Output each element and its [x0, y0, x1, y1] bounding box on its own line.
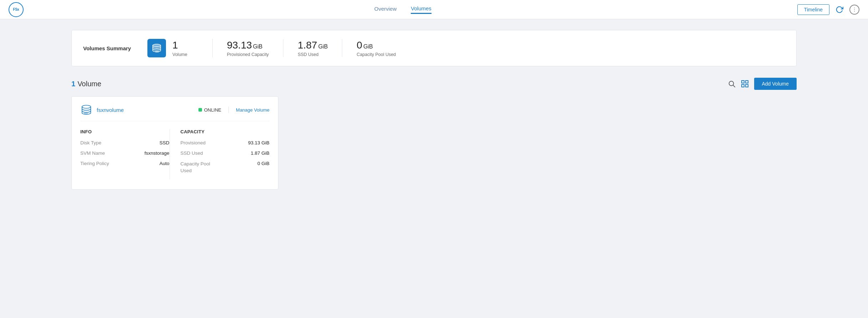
info-section-title: INFO: [80, 129, 170, 134]
search-icon[interactable]: [728, 80, 736, 88]
provisioned-row: Provisioned 93.13 GiB: [181, 140, 270, 145]
tiering-policy-value: Auto: [160, 161, 170, 166]
svm-name-value: fsxnstorage: [145, 150, 170, 156]
summary-stat-provisioned: 93.13GiB Provisioned Capacity: [213, 39, 283, 57]
status-text: ONLINE: [204, 107, 221, 113]
tab-overview[interactable]: Overview: [374, 6, 397, 13]
svg-rect-9: [746, 81, 748, 83]
volumes-section-header: 1Volume Add Volume: [71, 78, 797, 90]
volumes-icon: SSD: [147, 39, 166, 57]
volumes-count: 1Volume: [71, 80, 101, 88]
ssd-used-row: SSD Used 1.87 GiB: [181, 150, 270, 156]
ssd-used-value: 1.87GiB: [298, 39, 328, 51]
volume-name[interactable]: fsxnvolume: [97, 107, 194, 113]
provisioned-label: Provisioned Capacity: [227, 52, 269, 57]
summary-stat-volume: 1 Volume: [172, 39, 202, 57]
refresh-icon[interactable]: [834, 5, 844, 15]
volume-label: Volume: [172, 52, 187, 57]
more-options-icon[interactable]: [849, 5, 859, 15]
svm-name-label: SVM Name: [80, 150, 120, 156]
svg-point-12: [82, 105, 91, 108]
capacity-pool-row: Capacity PoolUsed 0 GiB: [181, 161, 270, 174]
header-divider: [228, 107, 229, 113]
ssd-used-label: SSD Used: [298, 52, 328, 57]
svg-rect-8: [742, 81, 744, 83]
disk-type-value: SSD: [160, 140, 170, 145]
capacity-section-title: CAPACITY: [181, 129, 270, 134]
summary-stat-pool: 0GiB Capacity Pool Used: [342, 39, 410, 57]
volume-card-header: SSD fsxnvolume ONLINE Manage Volume: [80, 104, 269, 121]
volume-count: 1: [172, 39, 187, 51]
disk-type-label: Disk Type: [80, 140, 120, 145]
provisioned-value: 93.13GiB: [227, 39, 269, 51]
nav-tabs: Overview Volumes: [9, 5, 797, 14]
pool-used-value: 0GiB: [357, 39, 396, 51]
ssd-used-cap-label: SSD Used: [181, 150, 220, 156]
tab-volumes[interactable]: Volumes: [411, 5, 432, 14]
provisioned-cap-value: 93.13 GiB: [248, 140, 269, 145]
svg-rect-10: [742, 84, 744, 87]
svm-name-row: SVM Name fsxnstorage: [80, 150, 170, 156]
add-volume-button[interactable]: Add Volume: [754, 78, 797, 90]
main-content: Volumes Summary SSD 1 Volume: [0, 19, 868, 200]
grid-view-icon[interactable]: [741, 80, 749, 88]
volume-db-icon: SSD: [80, 104, 92, 116]
volume-details: INFO Disk Type SSD SVM Name fsxnstorage …: [80, 129, 269, 179]
capacity-pool-label: Capacity PoolUsed: [181, 161, 220, 174]
header: FSx Overview Volumes Timeline: [0, 0, 868, 19]
tiering-policy-label: Tiering Policy: [80, 161, 120, 166]
svg-text:SSD: SSD: [155, 51, 159, 53]
provisioned-cap-label: Provisioned: [181, 140, 220, 145]
info-section: INFO Disk Type SSD SVM Name fsxnstorage …: [80, 129, 170, 179]
volumes-summary-card: Volumes Summary SSD 1 Volume: [71, 30, 797, 66]
volume-card: SSD fsxnvolume ONLINE Manage Volume INFO…: [71, 96, 278, 190]
svg-point-0: [854, 7, 855, 8]
svg-point-2: [854, 11, 855, 11]
svg-text:SSD: SSD: [84, 113, 88, 115]
ssd-used-cap-value: 1.87 GiB: [251, 150, 269, 156]
svg-rect-11: [746, 84, 748, 87]
status-badge: ONLINE: [198, 107, 221, 113]
status-dot-online: [198, 108, 202, 112]
volumes-actions: Add Volume: [728, 78, 797, 90]
capacity-section: CAPACITY Provisioned 93.13 GiB SSD Used …: [170, 129, 270, 179]
pool-used-label: Capacity Pool Used: [357, 52, 396, 57]
manage-volume-link[interactable]: Manage Volume: [236, 107, 269, 113]
svg-line-7: [733, 85, 735, 87]
tiering-policy-row: Tiering Policy Auto: [80, 161, 170, 166]
svg-point-1: [854, 9, 855, 10]
capacity-pool-value: 0 GiB: [257, 161, 269, 174]
summary-stat-ssd: 1.87GiB SSD Used: [283, 39, 342, 57]
summary-title: Volumes Summary: [83, 45, 144, 51]
header-actions: Timeline: [797, 4, 859, 15]
disk-type-row: Disk Type SSD: [80, 140, 170, 145]
timeline-button[interactable]: Timeline: [797, 4, 829, 15]
